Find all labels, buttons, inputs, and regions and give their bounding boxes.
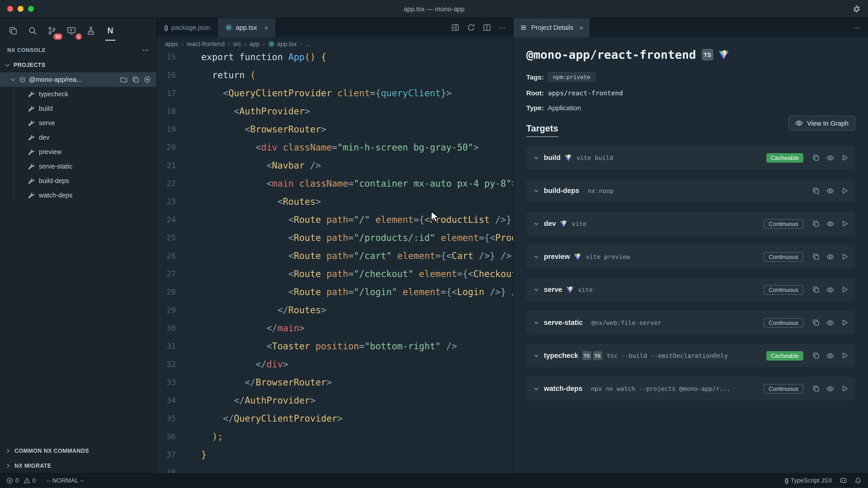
copy-icon[interactable] (812, 352, 819, 359)
eye-icon[interactable] (827, 253, 834, 260)
code-line[interactable]: 21 <Navbar /> (157, 156, 513, 174)
folder-icon[interactable] (120, 76, 127, 83)
language-mode[interactable]: {} TypeScript JSX (784, 477, 832, 484)
warnings-indicator[interactable]: 0 (23, 477, 36, 484)
minimize-window-button[interactable] (18, 6, 24, 12)
code-line[interactable]: 18 <AuthProvider> (157, 102, 513, 120)
code-line[interactable]: 25 <Route path="/products/:id" element={… (157, 229, 513, 247)
open-changes-icon[interactable] (451, 24, 459, 32)
breadcrumb-item[interactable]: ... (305, 40, 310, 47)
eye-icon[interactable] (827, 352, 834, 359)
tree-item-target[interactable]: serve-static (0, 159, 156, 173)
copy-icon[interactable] (812, 220, 819, 227)
chevron-down-icon[interactable] (533, 320, 539, 326)
breadcrumb-item[interactable]: app.tsx (268, 40, 297, 47)
code-line[interactable]: 29 </Routes> (157, 301, 513, 319)
target-card[interactable]: typecheckTSTStsc --build --emitDeclarati… (526, 344, 855, 367)
code-line[interactable]: 27 <Route path="/checkout" element={<Che… (157, 265, 513, 283)
code-line[interactable]: 37} (157, 446, 513, 464)
code-line[interactable]: 22 <main className="container mx-auto px… (157, 174, 513, 193)
play-icon[interactable] (841, 187, 848, 194)
tab-project-details[interactable]: Project Details × (514, 18, 590, 37)
close-icon[interactable]: × (264, 24, 268, 31)
test-flask-icon[interactable] (84, 24, 98, 37)
chevron-down-icon[interactable] (533, 221, 539, 227)
refresh-icon[interactable] (467, 24, 475, 32)
bell-icon[interactable] (855, 477, 862, 484)
split-editor-icon[interactable] (483, 24, 491, 32)
code-line[interactable]: 20 <div className="min-h-screen bg-gray-… (157, 138, 513, 156)
eye-icon[interactable] (827, 319, 834, 326)
code-line[interactable]: 35 </QueryClientProvider> (157, 410, 513, 427)
code-line[interactable]: 26 <Route path="/cart" element={<Cart />… (157, 247, 513, 265)
target-card[interactable]: watch-depsnpx nx watch --projects @mono-… (526, 377, 855, 400)
tree-item-target[interactable]: dev (0, 130, 156, 144)
target-card[interactable]: previewvite previewContinuous (526, 245, 855, 268)
copilot-icon[interactable] (839, 477, 847, 484)
target-card[interactable]: serve-static@nx/web:file-serverContinuou… (526, 311, 855, 334)
run-debug-icon[interactable]: 1 (65, 24, 78, 37)
code-line[interactable]: 33 </BrowserRouter> (157, 373, 513, 391)
more-actions-icon[interactable]: ⋯ (142, 48, 149, 53)
settings-gear-icon[interactable] (852, 5, 861, 13)
copy-icon[interactable] (812, 187, 819, 194)
play-icon[interactable] (841, 220, 848, 227)
code-line[interactable]: 36 ); (157, 427, 513, 446)
tree-section-projects[interactable]: PROJECTS (0, 58, 156, 72)
eye-icon[interactable] (827, 286, 834, 293)
code-line[interactable]: 32 </div> (157, 355, 513, 373)
breadcrumb-item[interactable]: apps (165, 40, 178, 47)
tree-item-target[interactable]: serve (0, 116, 156, 130)
breadcrumb-item[interactable]: src (233, 40, 241, 47)
source-control-icon[interactable]: 32 (45, 24, 59, 37)
chevron-down-icon[interactable] (533, 353, 539, 359)
play-icon[interactable] (841, 253, 848, 260)
section-nx-migrate[interactable]: NX MIGRATE (0, 458, 156, 473)
play-icon[interactable] (841, 154, 848, 161)
copy-icon[interactable] (812, 385, 819, 392)
tree-item-target[interactable]: build-deps (0, 173, 156, 188)
code-editor[interactable]: 15export function App() {16 return (17 <… (157, 48, 513, 473)
code-line[interactable]: 31 <Toaster position="bottom-right" /> (157, 337, 513, 355)
eye-icon[interactable] (827, 187, 834, 195)
code-line[interactable]: 24 <Route path="/" element={<ProductList… (157, 210, 513, 229)
code-line[interactable]: 28 <Route path="/login" element={<Login … (157, 283, 513, 301)
code-line[interactable]: 38 (157, 464, 513, 473)
play-icon[interactable] (841, 286, 848, 293)
chevron-down-icon[interactable] (533, 155, 539, 161)
tree-item-target[interactable]: build (0, 101, 156, 116)
chevron-down-icon[interactable] (533, 386, 539, 392)
nx-console-icon[interactable]: N (103, 24, 117, 37)
code-line[interactable]: 30 </main> (157, 319, 513, 337)
explorer-icon[interactable] (6, 24, 20, 37)
search-icon[interactable] (26, 24, 39, 37)
code-line[interactable]: 23 <Routes> (157, 193, 513, 210)
tree-item-target[interactable]: preview (0, 144, 156, 159)
code-line[interactable]: 17 <QueryClientProvider client={queryCli… (157, 84, 513, 102)
code-line[interactable]: 19 <BrowserRouter> (157, 120, 513, 138)
target-card[interactable]: serveviteContinuous (526, 278, 855, 301)
target-bullseye-icon[interactable] (144, 76, 151, 83)
eye-icon[interactable] (827, 385, 834, 392)
tab-package-json[interactable]: {} package.json (157, 18, 218, 37)
tree-item-target[interactable]: typecheck (0, 87, 156, 101)
copy-icon[interactable] (812, 319, 819, 326)
code-line[interactable]: 34 </AuthProvider> (157, 391, 513, 410)
play-icon[interactable] (841, 352, 848, 359)
eye-icon[interactable] (827, 220, 834, 228)
target-card[interactable]: build-depsnx:noop (526, 179, 855, 202)
close-window-button[interactable] (7, 6, 13, 12)
chevron-down-icon[interactable] (533, 254, 539, 260)
code-line[interactable]: 16 return ( (157, 66, 513, 84)
copy-icon[interactable] (812, 154, 819, 161)
chevron-down-icon[interactable] (533, 188, 539, 194)
section-common-nx-commands[interactable]: COMMON NX COMMANDS (0, 443, 156, 458)
target-card[interactable]: devviteContinuous (526, 212, 855, 235)
close-icon[interactable]: × (579, 24, 583, 31)
chevron-down-icon[interactable] (533, 287, 539, 293)
errors-indicator[interactable]: 0 (6, 477, 19, 484)
play-icon[interactable] (841, 319, 848, 326)
code-line[interactable]: 15export function App() { (157, 48, 513, 66)
breadcrumb-item[interactable]: react-frontend (187, 40, 225, 47)
breadcrumb-item[interactable]: app (250, 40, 260, 47)
